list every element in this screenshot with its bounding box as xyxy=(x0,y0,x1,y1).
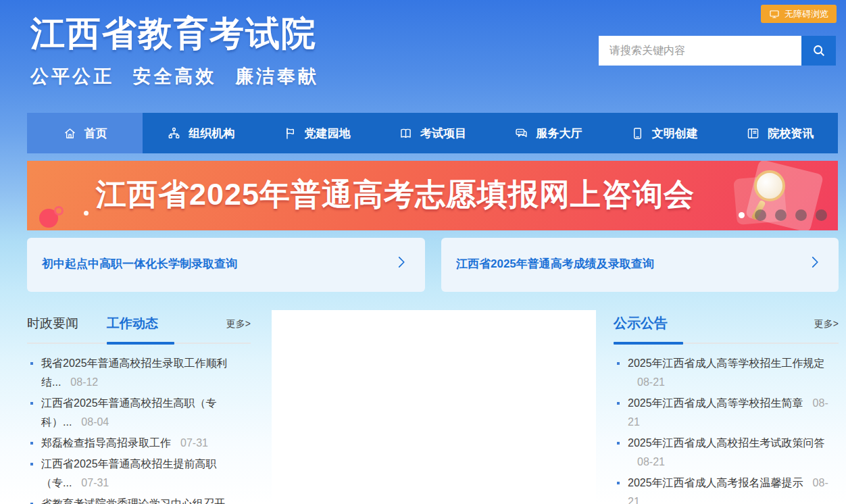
carousel-dot[interactable] xyxy=(755,209,766,221)
search-icon xyxy=(812,43,826,58)
tablet-icon xyxy=(630,126,645,141)
notices-more-link[interactable]: 更多> xyxy=(814,309,839,330)
chevron-right-icon xyxy=(806,253,824,271)
site-logo: 江西省教育考试院 公平公正 安全高效 廉洁奉献 xyxy=(30,11,319,89)
site-slogan: 公平公正 安全高效 廉洁奉献 xyxy=(30,64,319,89)
news-list: 我省2025年普通高校招生录取工作顺利结...08-12 江西省2025年普通高… xyxy=(27,354,251,504)
flag-icon xyxy=(283,126,297,141)
quick-link-zhongzhi-query[interactable]: 初中起点中高职一体化长学制录取查询 xyxy=(27,238,425,292)
news-section: 时政要闻 工作动态 更多> 我省2025年普通高校招生录取工作顺利结...08-… xyxy=(27,309,251,504)
news-list-item[interactable]: 我省2025年普通高校招生录取工作顺利结...08-12 xyxy=(27,354,251,392)
quick-link-gaokao-query[interactable]: 江西省2025年普通高考成绩及录取查询 xyxy=(441,238,839,292)
nav-item[interactable]: 院校资讯 xyxy=(722,113,838,153)
center-image-placeholder xyxy=(272,310,596,504)
nav-item[interactable]: 党建园地 xyxy=(259,113,374,153)
nav-item[interactable]: 组织机构 xyxy=(143,113,258,153)
banner-carousel[interactable]: 江西省2025年普通高考志愿填报网上咨询会 xyxy=(27,161,838,230)
carousel-dot[interactable] xyxy=(816,209,827,221)
notices-title-underline xyxy=(614,342,683,345)
notice-list-item[interactable]: 2025年江西省成人高考报名温馨提示08-21 xyxy=(614,474,839,504)
notices-title: 公示公告 xyxy=(614,309,668,332)
news-list-item[interactable]: 江西省2025年普通高校招生高职（专科）...08-04 xyxy=(27,394,251,432)
news-list-item[interactable]: 江西省2025年普通高校招生提前高职（专...07-31 xyxy=(27,455,251,493)
quick-link-label: 初中起点中高职一体化长学制录取查询 xyxy=(42,247,237,272)
nav-item-label: 首页 xyxy=(84,126,107,141)
news-list-item[interactable]: 省教育考试院党委理论学习中心组召开... xyxy=(27,495,251,504)
notice-list-item[interactable]: 2025年江西省成人高等学校招生简章08-21 xyxy=(614,394,839,432)
nav-item-label: 院校资讯 xyxy=(768,126,814,141)
notices-section: 公示公告 更多> 2025年江西省成人高等学校招生工作规定08-21 2025年… xyxy=(614,309,839,504)
banner-deco-dot xyxy=(84,211,89,216)
nav-item[interactable]: 文明创建 xyxy=(606,113,722,153)
org-icon xyxy=(167,126,181,141)
nav-item-label: 组织机构 xyxy=(189,126,234,141)
banner-deco-dot xyxy=(739,212,745,218)
nav-item-label: 服务大厅 xyxy=(536,126,582,141)
notice-list-item[interactable]: 2025年江西省成人高等学校招生工作规定08-21 xyxy=(614,354,839,392)
main-nav: 首页 组织机构 党建园地 考试项目 xyxy=(27,113,838,153)
chevron-right-icon xyxy=(393,253,410,271)
news-tabs: 时政要闻 工作动态 更多> xyxy=(27,309,251,344)
carousel-dot[interactable] xyxy=(795,209,807,221)
accessibility-label: 无障碍浏览 xyxy=(785,8,828,20)
nav-item[interactable]: 考试项目 xyxy=(374,113,490,153)
book-icon xyxy=(399,126,413,141)
quick-link-label: 江西省2025年普通高考成绩及录取查询 xyxy=(456,247,654,272)
accessibility-button[interactable]: 无障碍浏览 xyxy=(761,5,837,23)
homepage: 江西省教育考试院 公平公正 安全高效 廉洁奉献 无障碍浏览 首页 组织机构 xyxy=(0,0,846,504)
nav-item[interactable]: 服务大厅 xyxy=(491,113,606,153)
notices-list: 2025年江西省成人高等学校招生工作规定08-21 2025年江西省成人高等学校… xyxy=(614,354,839,504)
nav-item-label: 考试项目 xyxy=(420,126,466,141)
news-list-item[interactable]: 郑磊检查指导高招录取工作07-31 xyxy=(27,434,251,453)
search-bar xyxy=(599,36,836,66)
banner-title: 江西省2025年普通高考志愿填报网上咨询会 xyxy=(27,174,764,214)
search-input[interactable] xyxy=(599,36,801,66)
news-icon xyxy=(746,126,760,141)
nav-item-label: 文明创建 xyxy=(652,126,698,141)
news-more-link[interactable]: 更多> xyxy=(226,309,251,330)
home-icon xyxy=(63,126,77,141)
notice-list-item[interactable]: 2025年江西省成人高校招生考试政策问答08-21 xyxy=(614,434,839,472)
site-title: 江西省教育考试院 xyxy=(30,11,319,57)
chat-icon xyxy=(514,126,528,141)
nav-item[interactable]: 首页 xyxy=(27,113,143,153)
monitor-icon xyxy=(769,9,780,20)
tab-shizheng-yaowen[interactable]: 时政要闻 xyxy=(27,309,78,332)
search-button[interactable] xyxy=(801,36,836,66)
active-tab-underline xyxy=(107,342,174,345)
carousel-dots xyxy=(755,209,827,221)
tab-gongzuo-dongtai[interactable]: 工作动态 xyxy=(107,309,158,332)
notices-header: 公示公告 更多> xyxy=(614,309,839,344)
nav-item-label: 党建园地 xyxy=(305,126,351,141)
carousel-dot[interactable] xyxy=(775,209,787,221)
